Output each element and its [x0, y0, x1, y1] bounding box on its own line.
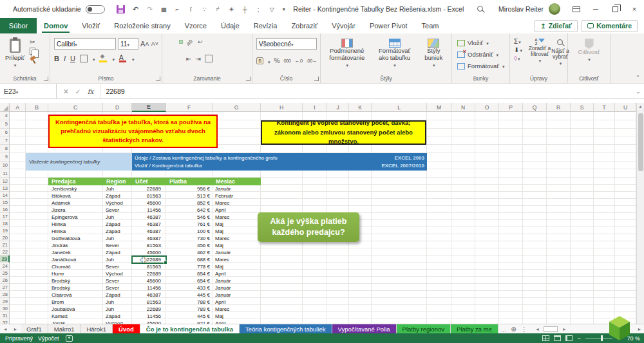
comments-button[interactable]: Komentáre: [582, 20, 638, 32]
ribbon-tab-team[interactable]: Team: [415, 18, 446, 33]
table-cell[interactable]: 433 €: [166, 284, 213, 292]
column-header-N[interactable]: N: [451, 103, 475, 112]
table-cell[interactable]: Západ: [103, 292, 132, 299]
insert-function-icon[interactable]: fx: [88, 88, 94, 95]
sheet-tab-čo-je-to-kontingenčná-tabulka[interactable]: Čo je to kontingenčná tabulka: [140, 324, 240, 333]
macro6-icon[interactable]: ┼: [238, 6, 252, 13]
row-header-23[interactable]: 23: [0, 255, 10, 263]
table-cell[interactable]: Gottwaldová: [48, 235, 103, 242]
tabbar-splitter[interactable]: ⋮: [518, 324, 530, 333]
expand-formula-bar-icon[interactable]: ⌄: [632, 84, 644, 98]
enter-icon[interactable]: ✓: [75, 88, 81, 95]
row-header-25[interactable]: 25: [0, 270, 10, 277]
clipboard-dialog-launcher[interactable]: [44, 77, 48, 81]
table-cell[interactable]: Január: [213, 292, 261, 299]
ribbon-tab-údaje[interactable]: Údaje: [214, 18, 247, 33]
row-header-14[interactable]: 14: [0, 192, 10, 199]
table-cell[interactable]: Adámek: [48, 199, 103, 207]
row-header-12[interactable]: 12: [0, 178, 10, 185]
table-cell[interactable]: Marec: [213, 256, 261, 263]
column-header-A[interactable]: A: [10, 103, 26, 112]
align-middle-icon[interactable]: [173, 41, 176, 43]
note-box-definition[interactable]: Kontingenčná tabuľka je tabuľka, ktorá s…: [48, 115, 218, 148]
sheet-tab-teória-kontigenčných-tabuliek[interactable]: Teória kontigenčných tabuliek: [240, 324, 332, 333]
table-header-platba[interactable]: Platba: [166, 178, 213, 185]
table-cell[interactable]: 788 €: [166, 299, 213, 306]
row-header-4[interactable]: 4: [0, 112, 10, 120]
table-cell[interactable]: 46387: [132, 221, 166, 228]
copy-icon[interactable]: [30, 48, 35, 55]
table-cell[interactable]: 852 €: [166, 199, 213, 207]
close-button[interactable]: ×: [625, 0, 644, 18]
ribbon-tab-zobraziť[interactable]: Zobraziť: [284, 18, 325, 33]
table-cell[interactable]: Humr: [48, 270, 103, 277]
row-header-9[interactable]: 9: [0, 153, 10, 162]
clear-icon[interactable]: ◊: [514, 55, 522, 62]
table-cell[interactable]: 81563: [132, 263, 166, 270]
number-format-select[interactable]: Všeobecné: [256, 38, 317, 50]
table-cell[interactable]: 546 €: [166, 214, 213, 221]
table-header-učet[interactable]: Učet: [132, 178, 166, 185]
sheet-nav-right-icon[interactable]: ►: [10, 324, 21, 333]
normal-view-icon[interactable]: [542, 335, 549, 341]
autosave-toggle[interactable]: [86, 5, 105, 14]
row-header-8[interactable]: 8: [0, 145, 10, 153]
table-cell[interactable]: 45600: [132, 277, 166, 284]
ribbon-tab-domov[interactable]: Domov: [37, 18, 75, 33]
align-left-icon[interactable]: [167, 57, 169, 60]
collapse-ribbon-icon[interactable]: ⌃: [636, 75, 640, 80]
horizontal-scrollbar[interactable]: ◄ ►: [529, 324, 572, 333]
table-cell[interactable]: 654 €: [166, 270, 213, 277]
avatar[interactable]: [549, 3, 560, 15]
table-cell[interactable]: 22689: [132, 185, 166, 192]
scroll-up-icon[interactable]: ▲: [637, 103, 644, 111]
table-cell[interactable]: 100 €: [166, 228, 213, 235]
sheet-tab-platby-za-me[interactable]: Platby za me: [451, 324, 498, 333]
table-cell[interactable]: 956 €: [166, 185, 213, 192]
table-cell[interactable]: Východ: [103, 320, 132, 324]
table-cell[interactable]: 11456: [132, 207, 166, 214]
row-header-18[interactable]: 18: [0, 220, 10, 227]
ribbon-tab-power-pivot[interactable]: Power Pivot: [363, 18, 415, 33]
sheet-tab-platby-regionov[interactable]: Platby regionov: [397, 324, 451, 333]
save-icon[interactable]: [117, 5, 125, 14]
row-header-6[interactable]: 6: [0, 129, 10, 137]
sheet-tab-makro1[interactable]: Makro1: [48, 324, 81, 333]
selected-cell-E23[interactable]: [131, 255, 167, 264]
row-header-21[interactable]: 21: [0, 241, 10, 248]
restore-button[interactable]: [605, 0, 625, 18]
sheet-tab-úvod[interactable]: Úvod: [113, 324, 140, 333]
row-header-32[interactable]: 32: [0, 319, 10, 324]
cell-styles-button[interactable]: Štýly buniek: [419, 39, 448, 69]
table-cell[interactable]: 921 €: [166, 320, 213, 324]
sheet-nav-left-icon[interactable]: ◄: [0, 324, 10, 333]
column-header-L[interactable]: L: [372, 103, 427, 112]
table-cell[interactable]: Juh: [103, 214, 132, 221]
row-header-28[interactable]: 28: [0, 291, 10, 298]
row-header-29[interactable]: 29: [0, 298, 10, 305]
table-cell[interactable]: Východ: [103, 270, 132, 277]
table-cell[interactable]: Západ: [103, 313, 132, 320]
row-header-19[interactable]: 19: [0, 227, 10, 234]
row-header-31[interactable]: 31: [0, 312, 10, 319]
table-cell[interactable]: 22689: [132, 270, 166, 277]
table-cell[interactable]: Máj: [213, 313, 261, 320]
table-cell[interactable]: Január: [213, 185, 261, 192]
column-header-G[interactable]: G: [213, 103, 261, 112]
macro3-icon[interactable]: ∵: [198, 6, 211, 13]
row-header-20[interactable]: 20: [0, 234, 10, 241]
column-header-P[interactable]: P: [499, 103, 523, 112]
status-calc[interactable]: Výpočet: [38, 335, 59, 342]
table-cell[interactable]: 46387: [132, 214, 166, 221]
table-cell[interactable]: 81563: [132, 299, 166, 306]
table-cell[interactable]: Sever: [103, 263, 132, 270]
table-cell[interactable]: Hlinka: [48, 221, 103, 228]
format-painter-icon[interactable]: [30, 57, 36, 63]
table-cell[interactable]: 81563: [132, 242, 166, 249]
table-cell[interactable]: Juh: [103, 185, 132, 192]
table-cell[interactable]: Juh: [103, 299, 132, 306]
decrease-decimal-icon[interactable]: .00→: [307, 58, 317, 64]
redo-icon[interactable]: ↷: [143, 0, 157, 18]
bold-button[interactable]: B: [54, 55, 59, 62]
align-top-icon[interactable]: [167, 41, 169, 43]
